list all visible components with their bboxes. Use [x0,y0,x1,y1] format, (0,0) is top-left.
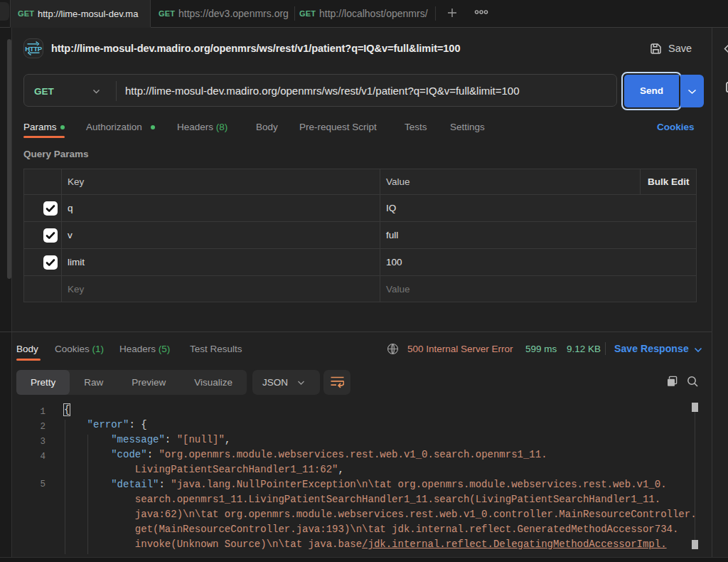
svg-text:HTTP: HTTP [25,45,42,53]
